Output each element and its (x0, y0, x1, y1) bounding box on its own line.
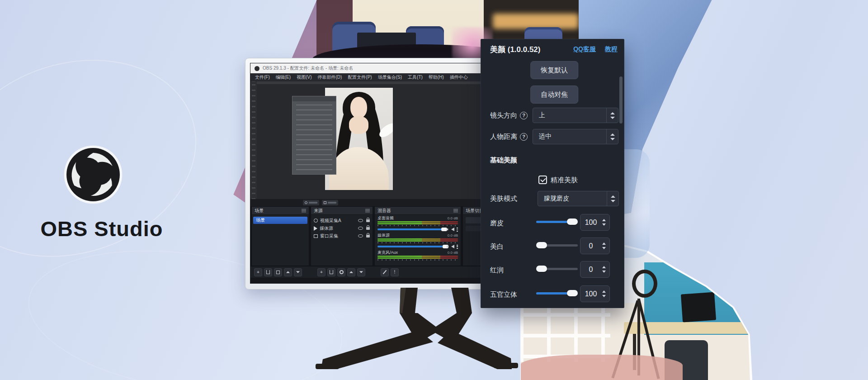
meter-ticks (377, 225, 458, 226)
channel-db: 0.0 dB (448, 216, 458, 220)
help-icon[interactable]: ? (520, 112, 528, 119)
spin-up-icon[interactable] (602, 290, 606, 293)
slider-handle[interactable] (567, 290, 578, 296)
spin-down-icon[interactable] (602, 223, 606, 226)
scenes-dock: 场景 场景 (251, 206, 309, 266)
menu-plugin-center[interactable]: 插件中心 (450, 74, 468, 81)
lock-icon[interactable] (366, 219, 370, 222)
add-source-button[interactable]: + (317, 268, 326, 276)
source-up-button[interactable] (347, 268, 355, 276)
smoothing-spinbox[interactable]: 100 (580, 214, 610, 231)
speaker-icon[interactable] (451, 228, 454, 231)
dock-menu-icon[interactable] (302, 209, 306, 213)
whitening-spinbox[interactable]: 0 (580, 238, 610, 254)
visibility-eye-icon[interactable] (358, 227, 363, 230)
volume-slider[interactable] (377, 246, 449, 247)
spin-down-icon[interactable] (602, 271, 606, 273)
audio-meter (377, 223, 458, 224)
person-distance-dropdown[interactable]: 适中 (533, 129, 618, 144)
volume-handle[interactable] (441, 228, 447, 231)
dock-menu-icon[interactable] (453, 209, 458, 213)
qq-support-link[interactable]: QQ客服 (573, 45, 596, 53)
menu-edit[interactable]: 编辑(E) (276, 74, 291, 81)
glass-sliver (624, 149, 650, 258)
slider-handle[interactable] (567, 218, 578, 225)
mixer-channel: 媒体源 0.0 dB (375, 232, 461, 249)
obs-window-icon (255, 66, 259, 71)
menu-tools[interactable]: 工具(T) (408, 74, 423, 81)
source-properties-gear-button[interactable] (337, 268, 345, 276)
volume-slider[interactable] (377, 228, 449, 230)
source-row[interactable]: 媒体源 (311, 224, 373, 232)
scene-item-selected[interactable]: 场景 (253, 217, 307, 224)
lock-icon[interactable] (366, 235, 370, 238)
remove-scene-button[interactable] (264, 268, 272, 276)
menu-docks[interactable]: 停靠部件(D) (317, 74, 342, 81)
help-icon[interactable]: ? (520, 133, 528, 141)
lock-icon[interactable] (366, 227, 370, 230)
photo-shelf-light (493, 14, 579, 29)
spin-up-icon[interactable] (602, 219, 606, 221)
rosy-slider[interactable] (536, 268, 578, 270)
chevron-down-icon (610, 138, 615, 140)
dialog-content-lines (296, 104, 332, 171)
restore-defaults-button[interactable]: 恢复默认 (530, 61, 578, 79)
scenes-dock-header: 场景 (252, 207, 309, 215)
precise-skin-checkbox[interactable] (538, 176, 547, 184)
scene-up-button[interactable] (284, 268, 292, 276)
source-row[interactable]: 窗口采集 (311, 232, 373, 240)
whitening-label: 美白 (490, 238, 504, 256)
autofocus-button[interactable]: 自动对焦 (530, 86, 578, 104)
channel-options-icon[interactable] (457, 245, 458, 249)
dock-tab-layout[interactable] (322, 200, 338, 205)
menu-help[interactable]: 帮助(H) (429, 74, 444, 81)
scene-down-button[interactable] (294, 268, 302, 276)
tutorial-link[interactable]: 教程 (605, 45, 618, 53)
slider-handle[interactable] (536, 266, 547, 272)
camera-direction-dropdown[interactable]: 上 (533, 108, 618, 123)
sources-dock: 来源 视频采集A 媒体源 窗口采集 (311, 206, 373, 266)
dropdown-spinner[interactable] (606, 129, 618, 144)
spin-down-icon[interactable] (602, 295, 606, 297)
menu-profile[interactable]: 配置文件(P) (348, 74, 372, 81)
channel-name: 媒体源 (377, 233, 390, 238)
rosy-spinbox[interactable]: 0 (580, 261, 610, 278)
window-capture-icon (314, 234, 318, 238)
channel-options-icon[interactable] (457, 228, 458, 232)
speaker-icon[interactable] (451, 245, 454, 248)
whitening-slider[interactable] (536, 244, 578, 247)
dropdown-spinner[interactable] (606, 108, 618, 123)
dropdown-spinner[interactable] (607, 191, 618, 206)
whitening-value: 0 (580, 242, 602, 250)
facial-definition-spinbox[interactable]: 100 (580, 285, 610, 302)
dock-tab-preview[interactable] (303, 200, 319, 205)
smoothing-slider[interactable] (536, 221, 578, 223)
facial-definition-slider[interactable] (536, 292, 578, 294)
panel-scrollbar-thumb[interactable] (619, 76, 623, 124)
visibility-eye-icon[interactable] (358, 234, 363, 238)
chevron-up-icon (610, 133, 615, 136)
spin-down-icon[interactable] (602, 247, 606, 249)
spin-up-icon[interactable] (602, 242, 606, 245)
slider-handle[interactable] (536, 242, 547, 248)
source-row[interactable]: 视频采集A (311, 217, 373, 224)
menu-scene-collection[interactable]: 场景集合(S) (378, 74, 402, 81)
room-monitor (681, 292, 716, 322)
duplicate-scene-button[interactable] (274, 268, 282, 276)
beauty-plugin-panel: 美颜 (1.0.0.52) QQ客服 教程 恢复默认 自动对焦 镜头方向 ? 上… (481, 39, 624, 308)
camera-direction-label: 镜头方向 ? (490, 107, 528, 124)
source-down-button[interactable] (357, 268, 365, 276)
dock-menu-icon[interactable] (365, 209, 370, 213)
edit-pencil-button[interactable] (381, 268, 389, 276)
alert-button[interactable]: ! (391, 268, 399, 276)
chevron-down-icon (611, 200, 615, 202)
chevron-up-icon (611, 195, 615, 198)
add-scene-button[interactable]: + (254, 268, 262, 276)
skin-mode-dropdown[interactable]: 朦胧磨皮 (538, 191, 619, 206)
menu-view[interactable]: 视图(V) (297, 74, 311, 81)
remove-source-button[interactable] (327, 268, 335, 276)
menu-file[interactable]: 文件(F) (255, 74, 270, 81)
spin-up-icon[interactable] (602, 266, 606, 268)
source-label: 视频采集A (320, 218, 356, 224)
visibility-eye-icon[interactable] (358, 219, 363, 222)
